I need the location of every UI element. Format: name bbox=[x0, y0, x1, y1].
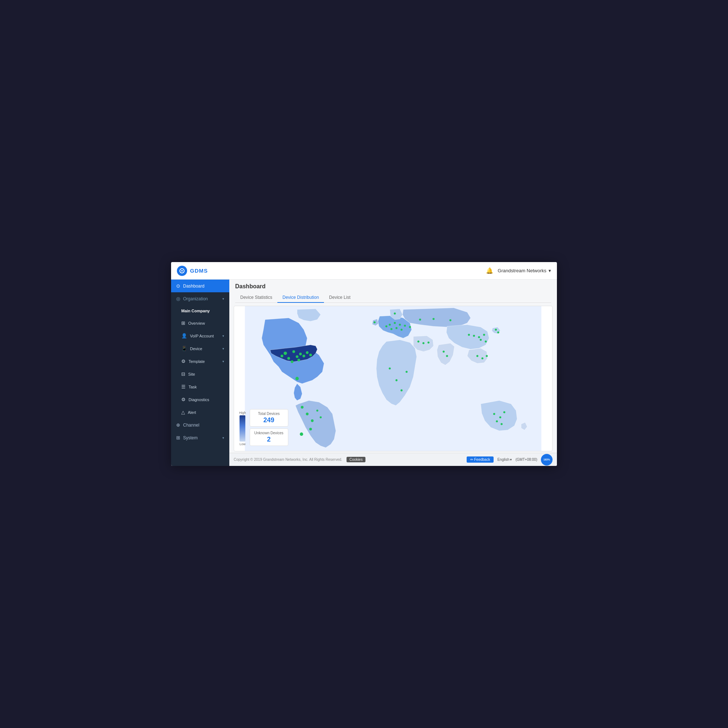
svg-point-7 bbox=[287, 357, 290, 359]
sidebar-item-system[interactable]: ⊞ System ▾ bbox=[171, 431, 229, 444]
unknown-devices-value: 2 bbox=[254, 436, 284, 444]
sidebar-item-diagnostics[interactable]: ⚙ Diagnostics bbox=[171, 393, 229, 406]
sidebar-item-overview[interactable]: ⊞ Overview bbox=[171, 317, 229, 329]
svg-point-13 bbox=[297, 359, 300, 361]
language-selector[interactable]: English ▾ bbox=[497, 457, 512, 462]
dashboard-icon: ⊙ bbox=[176, 283, 180, 289]
page-title: Dashboard bbox=[235, 283, 551, 290]
sidebar-item-organization[interactable]: ◎ Organization ▾ bbox=[171, 292, 229, 305]
tab-device-statistics[interactable]: Device Statistics bbox=[235, 293, 277, 303]
legend-high: High bbox=[239, 411, 246, 414]
svg-point-42 bbox=[483, 334, 485, 336]
bell-icon[interactable]: 🔔 bbox=[486, 267, 493, 274]
sidebar-label-system: System bbox=[183, 435, 219, 440]
svg-point-1 bbox=[181, 270, 183, 272]
overview-icon: ⊞ bbox=[181, 320, 185, 326]
svg-point-24 bbox=[399, 324, 401, 326]
sidebar-label-site: Site bbox=[188, 372, 224, 376]
tab-device-list[interactable]: Device List bbox=[324, 293, 356, 303]
map-area: High Low Total Devices 249 Unknown Devic… bbox=[234, 306, 552, 451]
sidebar-item-alert[interactable]: △ Alert bbox=[171, 406, 229, 419]
svg-point-4 bbox=[292, 350, 295, 353]
svg-point-46 bbox=[497, 331, 499, 333]
sidebar-label-voip-account: VoIP Account bbox=[190, 334, 219, 338]
footer-right: ✏ Feedback English ▾ (GMT+08:00) 183% bbox=[466, 454, 552, 466]
sidebar-label-main-company: Main Company bbox=[181, 309, 224, 313]
cookies-button[interactable]: Cookies bbox=[347, 457, 366, 462]
sidebar-item-dashboard[interactable]: ⊙ Dashboard bbox=[171, 280, 229, 292]
svg-point-36 bbox=[450, 319, 452, 321]
sidebar-item-site[interactable]: ⊟ Site bbox=[171, 368, 229, 380]
network-indicator: 183% bbox=[541, 454, 552, 466]
sidebar-label-diagnostics: Diagnostics bbox=[188, 398, 224, 402]
svg-point-30 bbox=[385, 326, 388, 327]
svg-point-35 bbox=[433, 318, 434, 320]
sidebar-label-channel: Channel bbox=[183, 423, 224, 428]
logo-text: GDMS bbox=[190, 268, 208, 274]
sidebar-item-device[interactable]: 📱 Device ▾ bbox=[171, 342, 229, 355]
sidebar-item-task[interactable]: ☰ Task bbox=[171, 380, 229, 393]
user-info[interactable]: Grandstream Networks ▾ bbox=[498, 268, 551, 273]
svg-point-59 bbox=[373, 321, 376, 324]
diagnostics-icon: ⚙ bbox=[181, 397, 186, 402]
svg-point-51 bbox=[395, 379, 398, 381]
sidebar-label-organization: Organization bbox=[183, 296, 219, 301]
svg-point-47 bbox=[476, 355, 479, 357]
svg-point-52 bbox=[401, 390, 402, 392]
legend-gradient-bar bbox=[240, 415, 245, 442]
svg-point-57 bbox=[496, 421, 498, 423]
voip-icon: 👤 bbox=[181, 333, 187, 338]
template-chevron-icon: ▾ bbox=[222, 359, 224, 363]
feedback-button[interactable]: ✏ Feedback bbox=[466, 456, 494, 463]
svg-point-34 bbox=[419, 318, 421, 321]
svg-point-16 bbox=[306, 412, 308, 415]
sidebar-item-voip-account[interactable]: 👤 VoIP Account ▾ bbox=[171, 329, 229, 342]
sidebar-item-main-company[interactable]: Main Company bbox=[171, 305, 229, 317]
user-name: Grandstream Networks bbox=[498, 268, 546, 273]
svg-point-9 bbox=[303, 355, 305, 357]
svg-point-41 bbox=[478, 336, 480, 338]
template-icon: ⚙ bbox=[181, 359, 186, 364]
svg-point-29 bbox=[409, 326, 411, 328]
alert-icon: △ bbox=[181, 410, 185, 415]
svg-point-3 bbox=[284, 352, 287, 355]
site-icon: ⊟ bbox=[181, 371, 185, 377]
feedback-icon: ✏ bbox=[470, 457, 474, 462]
voip-chevron-icon: ▾ bbox=[222, 334, 224, 338]
sidebar-label-dashboard: Dashboard bbox=[183, 284, 224, 289]
svg-point-27 bbox=[401, 329, 402, 331]
sidebar-label-task: Task bbox=[188, 385, 224, 389]
svg-point-54 bbox=[493, 413, 496, 415]
unknown-devices-label: Unknown Devices bbox=[254, 431, 284, 435]
device-icon: 📱 bbox=[181, 346, 187, 351]
sidebar-item-channel[interactable]: ⊕ Channel bbox=[171, 419, 229, 431]
system-chevron-icon: ▾ bbox=[222, 436, 224, 440]
svg-point-19 bbox=[300, 433, 303, 436]
content-header: Dashboard Device Statistics Device Distr… bbox=[229, 280, 557, 303]
main-layout: ⊙ Dashboard ◎ Organization ▾ Main Compan… bbox=[171, 280, 557, 466]
map-legend-area: High Low Total Devices 249 Unknown Devic… bbox=[239, 409, 288, 446]
device-chevron-icon: ▾ bbox=[222, 347, 224, 350]
top-header: GDMS 🔔 Grandstream Networks ▾ bbox=[171, 262, 557, 280]
svg-point-5 bbox=[299, 353, 302, 355]
tab-device-distribution[interactable]: Device Distribution bbox=[277, 293, 324, 303]
header-right: 🔔 Grandstream Networks ▾ bbox=[486, 267, 551, 274]
svg-point-38 bbox=[446, 355, 448, 357]
svg-point-17 bbox=[311, 419, 314, 422]
logo-icon bbox=[177, 266, 187, 276]
svg-point-6 bbox=[306, 351, 308, 354]
svg-point-43 bbox=[480, 339, 482, 341]
svg-point-39 bbox=[468, 334, 470, 336]
sidebar-item-template[interactable]: ⚙ Template ▾ bbox=[171, 355, 229, 368]
user-chevron: ▾ bbox=[549, 268, 551, 273]
svg-point-25 bbox=[404, 325, 406, 327]
total-devices-label: Total Devices bbox=[254, 412, 284, 416]
svg-point-32 bbox=[423, 342, 425, 344]
footer: Copyright © 2019 Grandstream Networks, I… bbox=[229, 453, 557, 466]
svg-point-8 bbox=[296, 355, 298, 358]
legend-low: Low bbox=[240, 442, 246, 446]
svg-point-49 bbox=[486, 355, 488, 357]
content-area: Dashboard Device Statistics Device Distr… bbox=[229, 280, 557, 466]
copyright-text: Copyright © 2019 Grandstream Networks, I… bbox=[234, 457, 342, 462]
sidebar-label-alert: Alert bbox=[188, 410, 224, 414]
